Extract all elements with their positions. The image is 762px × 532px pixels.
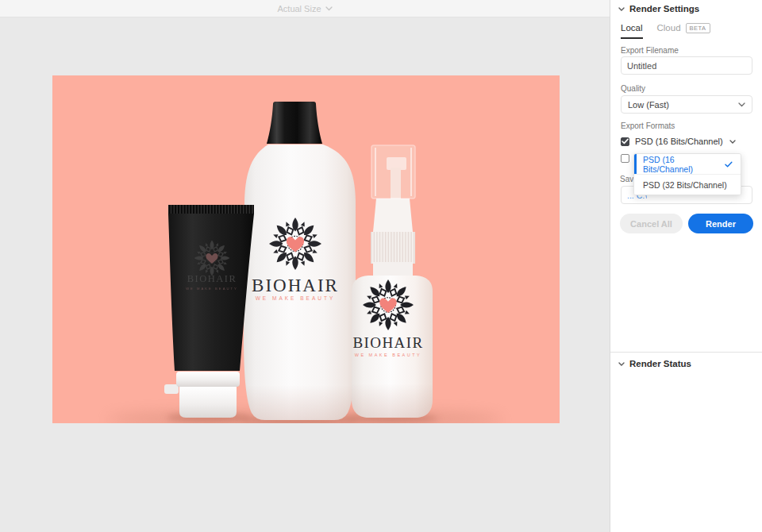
chevron-down-icon[interactable] [729, 140, 736, 144]
export-filename-input[interactable] [621, 56, 752, 75]
render-settings-header[interactable]: Render Settings [618, 4, 699, 13]
psd-format-label: PSD (16 Bits/Channel) [635, 137, 723, 146]
tab-local-label: Local [621, 23, 643, 33]
svg-text:BIOHAIR: BIOHAIR [187, 273, 237, 284]
chevron-down-icon [618, 7, 625, 11]
canvas-viewport: Actual Size [0, 0, 610, 532]
render-preview-image: BIOHAIR WE MAKE BEAUTY [52, 75, 560, 423]
export-formats-label: Export Formats [621, 121, 675, 130]
svg-text:WE MAKE BEAUTY: WE MAKE BEAUTY [355, 353, 422, 357]
svg-text:WE MAKE BEAUTY: WE MAKE BEAUTY [186, 287, 238, 291]
chevron-down-icon [738, 102, 745, 107]
zoom-level-dropdown[interactable]: Actual Size [277, 4, 332, 13]
quality-select[interactable]: Low (Fast) [621, 95, 752, 114]
chevron-down-icon [618, 362, 625, 366]
zoom-level-label: Actual Size [277, 4, 321, 13]
svg-text:BIOHAIR: BIOHAIR [353, 334, 424, 351]
chevron-down-icon [325, 6, 333, 11]
render-settings-panel: Render Settings Local Cloud BETA Export … [610, 0, 762, 532]
second-format-checkbox[interactable] [621, 154, 629, 163]
tab-cloud-label: Cloud [657, 23, 681, 33]
dropdown-item-label: PSD (32 Bits/Channel) [643, 180, 727, 190]
export-filename-label: Export Filename [621, 46, 679, 55]
app-window: Actual Size [0, 0, 762, 532]
render-status-header[interactable]: Render Status [618, 359, 691, 368]
check-icon [725, 161, 733, 168]
psd-format-checkbox[interactable] [621, 137, 629, 146]
svg-text:WE MAKE BEAUTY: WE MAKE BEAUTY [256, 295, 336, 301]
check-icon [622, 138, 629, 145]
render-target-tabs: Local Cloud BETA [621, 23, 710, 33]
quality-label: Quality [621, 84, 645, 93]
format-dropdown-menu: PSD (16 Bits/Channel) PSD (32 Bits/Chann… [633, 153, 741, 195]
dropdown-item-label: PSD (16 Bits/Channel) [643, 155, 725, 174]
dropdown-item-psd32[interactable]: PSD (32 Bits/Channel) [634, 174, 741, 195]
panel-divider [610, 352, 762, 353]
top-bar: Actual Size [0, 0, 610, 17]
format-row-second [621, 154, 629, 163]
panel-title: Render Settings [629, 4, 699, 13]
render-button[interactable]: Render [688, 214, 753, 233]
svg-text:BIOHAIR: BIOHAIR [252, 276, 339, 295]
quality-value: Low (Fast) [628, 100, 669, 110]
status-section-title: Render Status [629, 359, 691, 368]
tab-local[interactable]: Local [621, 23, 643, 33]
tab-cloud[interactable]: Cloud BETA [657, 23, 710, 33]
format-row-psd: PSD (16 Bits/Channel) [621, 137, 736, 146]
cancel-all-button[interactable]: Cancel All [620, 214, 683, 233]
beta-badge: BETA [686, 23, 710, 33]
dropdown-item-psd16[interactable]: PSD (16 Bits/Channel) [634, 154, 741, 174]
